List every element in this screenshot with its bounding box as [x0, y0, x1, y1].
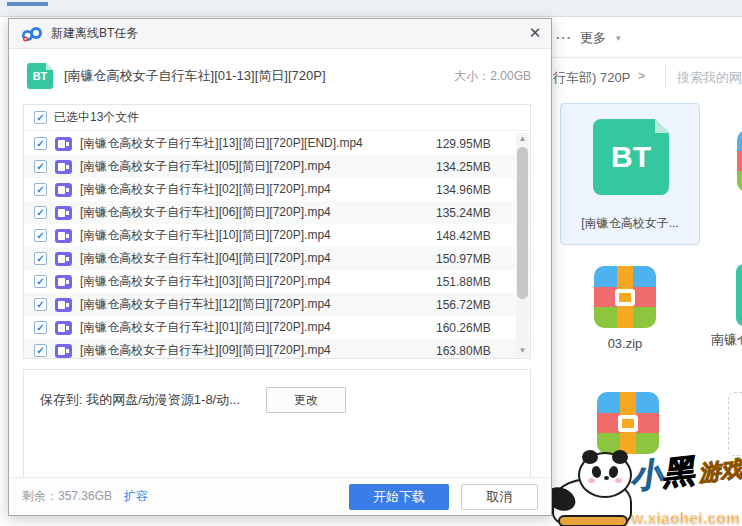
file-checkbox[interactable]	[34, 160, 47, 173]
file-name: [南镰仓高校女子自行车社][13][简日][720P][END].mp4	[80, 135, 436, 152]
file-row[interactable]: [南镰仓高校女子自行车社][13][简日][720P][END].mp4 129…	[24, 132, 530, 155]
file-size: 134.96MB	[436, 183, 516, 197]
chevron-down-icon: ▾	[616, 33, 621, 43]
change-location-button[interactable]: 更改	[266, 387, 346, 413]
file-name: [南镰仓高校女子自行车社][03][简日][720P].mp4	[80, 273, 436, 290]
active-tab-indicator	[7, 2, 48, 6]
file-card-label: [南镰仓高校女子...	[561, 215, 699, 232]
file-size: 135.24MB	[436, 206, 516, 220]
file-size: 160.26MB	[436, 321, 516, 335]
file-row[interactable]: [南镰仓高校女子自行车社][05][简日][720P].mp4 134.25MB	[24, 155, 530, 178]
file-checkbox[interactable]	[34, 344, 47, 357]
bt-task-icon: BT	[27, 63, 53, 89]
start-download-button[interactable]: 开始下载	[349, 484, 449, 510]
zip-buckle	[615, 289, 635, 306]
video-file-icon	[55, 298, 72, 312]
file-row[interactable]: [南镰仓高校女子自行车社][06][简日][720P].mp4 135.24MB	[24, 201, 530, 224]
bt-file-icon-partial[interactable]	[736, 264, 742, 326]
task-size-value: 2.00GB	[490, 69, 531, 83]
zip-file-icon-2[interactable]	[597, 392, 659, 454]
select-all-row[interactable]: 已选中13个文件	[24, 105, 530, 131]
task-size: 大小：2.00GB	[454, 68, 531, 85]
zip-file-icon-partial[interactable]	[737, 130, 742, 192]
file-row[interactable]: [南镰仓高校女子自行车社][01][简日][720P].mp4 160.26MB	[24, 316, 530, 339]
scroll-up-icon[interactable]: ▲	[516, 133, 529, 145]
video-file-icon	[55, 229, 72, 243]
video-file-icon	[55, 206, 72, 220]
video-file-icon	[55, 160, 72, 174]
new-offline-bt-task-dialog: 新建离线BT任务 ✕ BT [南镰仓高校女子自行车社][01-13][简日][7…	[8, 18, 552, 516]
file-checkbox[interactable]	[34, 298, 47, 311]
scrollbar[interactable]: ▲ ▼	[516, 133, 529, 357]
netdisk-logo-icon	[21, 26, 43, 42]
vertical-divider	[665, 64, 666, 88]
save-location-box: 保存到: 我的网盘/动漫资源1-8/动... 更改	[23, 369, 531, 479]
file-size: 150.97MB	[436, 252, 516, 266]
expand-storage-link[interactable]: 扩容	[124, 488, 148, 505]
breadcrumb-current-folder[interactable]: 行车部) 720P	[553, 69, 630, 87]
file-checkbox[interactable]	[34, 321, 47, 334]
file-checkbox[interactable]	[34, 229, 47, 242]
upload-placeholder-box	[728, 392, 742, 456]
file-label-partial[interactable]: 南镰仓...	[711, 331, 742, 349]
bt-file-icon: BT	[593, 119, 669, 195]
selection-summary: 已选中13个文件	[54, 109, 139, 126]
file-name: [南镰仓高校女子自行车社][06][简日][720P].mp4	[80, 204, 436, 221]
scrollbar-thumb[interactable]	[517, 147, 528, 299]
file-size: 151.88MB	[436, 275, 516, 289]
scroll-down-icon[interactable]: ▼	[516, 345, 529, 357]
file-checkbox[interactable]	[34, 183, 47, 196]
breadcrumb: 行车部) 720P > 搜索我的网盘	[552, 58, 742, 96]
dialog-header: 新建离线BT任务 ✕	[9, 19, 551, 49]
file-name: [南镰仓高校女子自行车社][05][简日][720P].mp4	[80, 158, 436, 175]
file-size: 148.42MB	[436, 229, 516, 243]
save-path-label: 保存到: 我的网盘/动漫资源1-8/动...	[40, 391, 240, 409]
zip-stripes	[737, 130, 742, 192]
file-row[interactable]: [南镰仓高校女子自行车社][04][简日][720P].mp4 150.97MB	[24, 247, 530, 270]
file-name: [南镰仓高校女子自行车社][09][简日][720P].mp4	[80, 342, 436, 358]
file-selection-box: 已选中13个文件 [南镰仓高校女子自行车社][13][简日][720P][END…	[23, 104, 531, 359]
file-card-bt-torrent[interactable]: BT [南镰仓高校女子...	[560, 103, 700, 245]
file-name: [南镰仓高校女子自行车社][02][简日][720P].mp4	[80, 181, 436, 198]
file-list[interactable]: [南镰仓高校女子自行车社][13][简日][720P][END].mp4 129…	[24, 132, 530, 358]
dialog-title: 新建离线BT任务	[51, 25, 138, 42]
video-file-icon	[55, 344, 72, 358]
file-size: 134.25MB	[436, 160, 516, 174]
video-file-icon	[55, 321, 72, 335]
remaining-label: 剩余：	[22, 489, 58, 503]
select-all-checkbox[interactable]	[34, 111, 47, 124]
file-row[interactable]: [南镰仓高校女子自行车社][09][简日][720P].mp4 163.80MB	[24, 339, 530, 358]
file-name: [南镰仓高校女子自行车社][10][简日][720P].mp4	[80, 227, 436, 244]
watermark-char-hei: 黑	[660, 452, 696, 491]
file-size: 129.95MB	[436, 137, 516, 151]
file-label-zip1[interactable]: 03.zip	[594, 336, 656, 351]
file-name: [南镰仓高校女子自行车社][04][简日][720P].mp4	[80, 250, 436, 267]
file-row[interactable]: [南镰仓高校女子自行车社][12][简日][720P].mp4 156.72MB	[24, 293, 530, 316]
file-checkbox[interactable]	[34, 275, 47, 288]
zip-buckle	[618, 415, 638, 432]
video-file-icon	[55, 137, 72, 151]
remaining-value: 357.36GB	[58, 489, 112, 503]
file-row[interactable]: [南镰仓高校女子自行车社][02][简日][720P].mp4 134.96MB	[24, 178, 530, 201]
close-icon[interactable]: ✕	[525, 23, 545, 43]
file-checkbox[interactable]	[34, 137, 47, 150]
zip-file-icon[interactable]	[594, 266, 656, 328]
file-checkbox[interactable]	[34, 206, 47, 219]
watermark-word-game: 游戏	[697, 456, 742, 485]
task-size-label: 大小：	[454, 69, 490, 83]
site-watermark: 小黑 游戏 www.xiaohei.com	[548, 448, 742, 526]
file-row[interactable]: [南镰仓高校女子自行车社][03][简日][720P].mp4 151.88MB	[24, 270, 530, 293]
file-checkbox[interactable]	[34, 252, 47, 265]
file-size: 156.72MB	[436, 298, 516, 312]
search-input[interactable]: 搜索我的网盘	[677, 69, 742, 87]
cancel-button[interactable]: 取消	[461, 484, 538, 510]
file-row[interactable]: [南镰仓高校女子自行车社][10][简日][720P].mp4 148.42MB	[24, 224, 530, 247]
overflow-dots-icon: ···	[556, 30, 572, 45]
video-file-icon	[55, 183, 72, 197]
more-menu-button[interactable]: 更多	[580, 29, 606, 47]
file-name: [南镰仓高校女子自行车社][01][简日][720P].mp4	[80, 319, 436, 336]
video-file-icon	[55, 275, 72, 289]
screen: ··· 更多 ▾ 行车部) 720P > 搜索我的网盘 BT [南镰仓高校女子.…	[0, 0, 742, 526]
file-size: 163.80MB	[436, 344, 516, 358]
task-name: [南镰仓高校女子自行车社][01-13][简日][720P]	[64, 67, 454, 85]
